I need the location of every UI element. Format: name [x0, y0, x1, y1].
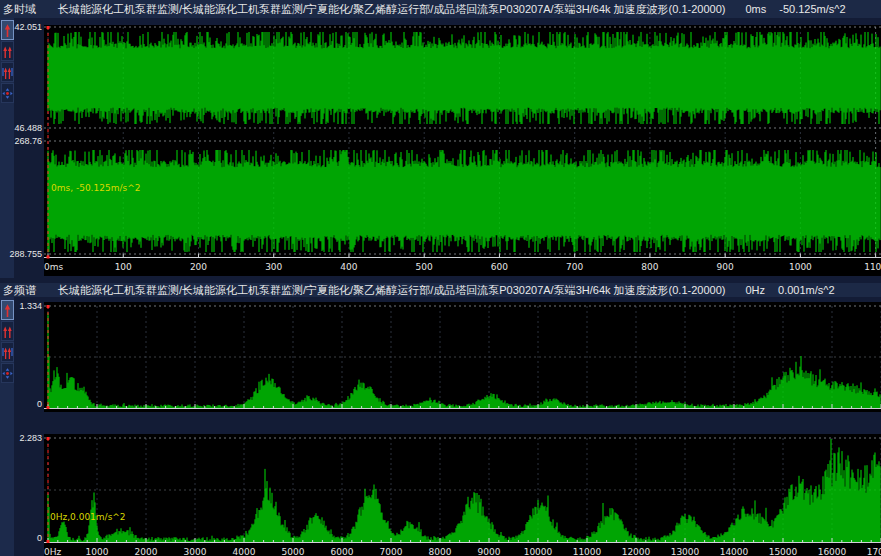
harmonic-cursor-icon[interactable]	[1, 62, 14, 82]
svg-text:9000: 9000	[478, 547, 501, 556]
svg-text:1000: 1000	[86, 547, 109, 556]
svg-text:800: 800	[641, 262, 658, 272]
svg-text:13000: 13000	[671, 547, 700, 556]
svg-text:6000: 6000	[331, 547, 354, 556]
y-axis-label: 0	[0, 399, 42, 409]
svg-text:0Hz: 0Hz	[44, 547, 61, 556]
harmonic-cursor-icon[interactable]	[1, 342, 14, 362]
svg-text:400: 400	[340, 262, 357, 272]
vibration-monitor-window: 多时域 长城能源化工机泵群监测/长城能源化工机泵群监测/宁夏能化/聚乙烯醇运行部…	[0, 0, 881, 556]
y-axis-label: 288.755	[0, 249, 42, 259]
svg-text:200: 200	[190, 262, 207, 272]
time-cursor-value-readout: -50.125m/s^2	[779, 3, 845, 15]
svg-text:3000: 3000	[184, 547, 207, 556]
y-axis-label: 46.488	[0, 123, 42, 133]
spectrum-cursor-x-readout: 0Hz	[745, 284, 765, 296]
svg-text:7000: 7000	[380, 547, 403, 556]
svg-text:100: 100	[115, 262, 132, 272]
spectrum-measurement-path: 长城能源化工机泵群监测/长城能源化工机泵群监测/宁夏能化/聚乙烯醇运行部/成品塔…	[58, 283, 725, 297]
svg-text:5000: 5000	[282, 547, 305, 556]
svg-text:1000: 1000	[789, 262, 812, 272]
svg-text:14000: 14000	[720, 547, 749, 556]
svg-text:1100: 1100	[864, 262, 881, 272]
y-axis-label: 42.051	[0, 22, 42, 32]
pan-icon[interactable]	[1, 363, 14, 383]
time-domain-mode-label: 多时域	[3, 2, 36, 17]
time-waveform-chart[interactable]: 0ms100200300400500600700800900100011000m…	[44, 25, 881, 276]
y-axis-label: 0	[0, 533, 42, 543]
double-cursor-icon[interactable]	[1, 41, 14, 61]
svg-text:17000: 17000	[867, 547, 881, 556]
spectrum-header: 多频谱 长城能源化工机泵群监测/长城能源化工机泵群监测/宁夏能化/聚乙烯醇运行部…	[0, 283, 881, 297]
y-axis-label: 268.76	[0, 136, 42, 146]
svg-text:900: 900	[717, 262, 734, 272]
spectrum-chart-1[interactable]	[44, 302, 881, 412]
time-domain-header: 多时域 长城能源化工机泵群监测/长城能源化工机泵群监测/宁夏能化/聚乙烯醇运行部…	[0, 0, 881, 18]
pan-icon[interactable]	[1, 83, 14, 103]
svg-text:10000: 10000	[524, 547, 553, 556]
svg-text:0ms: 0ms	[44, 262, 63, 272]
svg-text:16000: 16000	[818, 547, 847, 556]
svg-text:300: 300	[265, 262, 282, 272]
svg-text:2000: 2000	[135, 547, 158, 556]
svg-text:4000: 4000	[233, 547, 256, 556]
spectrum-mode-label: 多频谱	[3, 283, 36, 297]
svg-text:8000: 8000	[429, 547, 452, 556]
svg-text:12000: 12000	[622, 547, 651, 556]
svg-text:500: 500	[416, 262, 433, 272]
svg-text:600: 600	[491, 262, 508, 272]
svg-text:0Hz,0.001m/s^2: 0Hz,0.001m/s^2	[50, 512, 126, 522]
spectrum-cursor-value-readout: 0.001m/s^2	[778, 284, 835, 296]
svg-text:700: 700	[566, 262, 583, 272]
svg-text:11000: 11000	[573, 547, 602, 556]
time-cursor-x-readout: 0ms	[745, 3, 766, 15]
y-axis-label: 2.283	[0, 433, 42, 443]
time-domain-measurement-path: 长城能源化工机泵群监测/长城能源化工机泵群监测/宁夏能化/聚乙烯醇运行部/成品塔…	[58, 2, 725, 17]
time-domain-toolbar	[1, 20, 14, 103]
double-cursor-icon[interactable]	[1, 321, 14, 341]
spectrum-toolbar	[1, 300, 14, 383]
svg-text:15000: 15000	[769, 547, 798, 556]
svg-text:0ms, -50.125m/s^2: 0ms, -50.125m/s^2	[51, 183, 140, 193]
spectrum-chart-2[interactable]: 0Hz1000200030004000500060007000800090001…	[44, 434, 881, 556]
y-axis-label: 1.334	[0, 301, 42, 311]
